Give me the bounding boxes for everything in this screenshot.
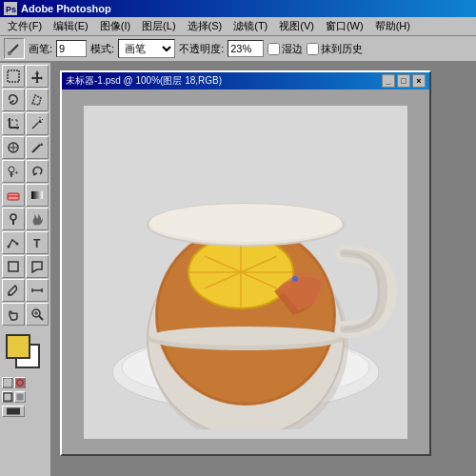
tool-row-7 <box>2 208 49 230</box>
tool-eraser[interactable] <box>2 184 25 207</box>
options-bar: 画笔: 模式: 画笔 不透明度: 湿边 抹到历史 <box>0 36 476 63</box>
menu-select[interactable]: 选择(S) <box>182 17 228 35</box>
menu-image[interactable]: 图像(I) <box>94 17 136 35</box>
tool-marquee-rect[interactable] <box>2 65 25 88</box>
canvas-content <box>84 106 407 439</box>
tool-move[interactable] <box>26 65 49 88</box>
menu-layer[interactable]: 图层(L) <box>136 17 181 35</box>
svg-point-67 <box>150 327 341 346</box>
tool-hand[interactable] <box>2 303 25 326</box>
tool-measure[interactable] <box>26 279 49 302</box>
svg-point-65 <box>149 204 342 242</box>
svg-line-10 <box>32 123 38 129</box>
tool-row-3 <box>2 112 49 135</box>
menu-edit[interactable]: 编辑(E) <box>48 17 94 35</box>
document-title: 未标器-1.psd @ 100%(图层 18,RGB) <box>66 74 382 88</box>
tool-healing[interactable] <box>2 136 25 159</box>
brush-size-input[interactable] <box>56 40 87 57</box>
svg-rect-4 <box>8 70 19 82</box>
app-title-bar: Ps Adobe Photoshop <box>0 0 476 17</box>
menu-bar: 文件(F) 编辑(E) 图像(I) 图层(L) 选择(S) 滤镜(T) 视图(V… <box>0 17 476 36</box>
svg-text:T: T <box>33 237 41 249</box>
tool-path[interactable] <box>2 231 25 254</box>
tool-crop[interactable] <box>2 112 25 135</box>
svg-point-63 <box>292 276 298 282</box>
minimize-button[interactable]: _ <box>382 74 395 88</box>
svg-point-30 <box>16 243 19 246</box>
tool-row-1 <box>2 65 49 88</box>
svg-point-34 <box>9 293 10 295</box>
menu-file[interactable]: 文件(F) <box>2 17 48 35</box>
tool-row-4 <box>2 136 49 159</box>
svg-marker-5 <box>31 70 43 83</box>
menu-filter[interactable]: 滤镜(T) <box>228 17 273 35</box>
svg-point-29 <box>8 246 10 248</box>
mode-row <box>2 377 49 388</box>
tool-screen-full[interactable] <box>2 406 25 417</box>
svg-point-3 <box>8 51 11 55</box>
document-controls: _ □ × <box>382 74 426 88</box>
svg-line-13 <box>42 119 43 120</box>
main-area: + <box>0 63 476 476</box>
wet-edges-label[interactable]: 湿边 <box>268 42 303 56</box>
tool-screen-full-menu[interactable] <box>14 391 26 403</box>
tool-shape[interactable] <box>2 255 25 278</box>
tool-zoom[interactable] <box>26 303 49 326</box>
tool-magic-wand[interactable] <box>26 112 49 135</box>
svg-text:+: + <box>14 169 19 177</box>
workspace: 未标器-1.psd @ 100%(图层 18,RGB) _ □ × <box>52 63 476 476</box>
toolbox: + <box>0 63 52 476</box>
svg-rect-42 <box>3 378 12 387</box>
tool-screen-normal[interactable] <box>2 391 13 403</box>
svg-marker-11 <box>38 119 42 123</box>
maximize-button[interactable]: □ <box>397 74 410 88</box>
svg-line-17 <box>32 145 40 152</box>
tool-notes[interactable] <box>26 255 49 278</box>
opacity-label: 不透明度: <box>179 42 224 56</box>
close-button[interactable]: × <box>412 74 426 88</box>
tool-normal-mode[interactable] <box>2 377 13 388</box>
brush-tool-icon[interactable] <box>4 38 25 59</box>
app-title: Adobe Photoshop <box>21 3 111 14</box>
color-boxes <box>2 330 44 372</box>
opacity-input[interactable] <box>228 40 264 57</box>
tool-quick-mask[interactable] <box>14 377 26 388</box>
menu-view[interactable]: 视图(V) <box>273 17 320 35</box>
teacup-illustration <box>93 115 398 429</box>
document-title-bar: 未标器-1.psd @ 100%(图层 18,RGB) _ □ × <box>62 72 429 89</box>
svg-rect-26 <box>31 191 43 199</box>
menu-help[interactable]: 帮助(H) <box>369 17 416 35</box>
mode-select[interactable]: 画笔 <box>118 39 175 58</box>
airbrush-label[interactable]: 抹到历史 <box>307 42 363 56</box>
svg-marker-33 <box>32 262 42 272</box>
svg-point-27 <box>10 214 16 220</box>
svg-rect-48 <box>7 408 20 415</box>
wet-edges-checkbox[interactable] <box>268 43 280 55</box>
brush-label: 画笔: <box>29 42 52 56</box>
tool-row-6 <box>2 184 49 207</box>
tool-row-9 <box>2 255 49 278</box>
tool-gradient[interactable] <box>26 184 49 207</box>
tool-burn[interactable] <box>26 208 49 230</box>
tool-polygon-lasso[interactable] <box>26 89 49 111</box>
tool-dodge[interactable] <box>2 208 25 230</box>
menu-window[interactable]: 窗口(W) <box>320 17 369 35</box>
svg-rect-46 <box>15 392 25 402</box>
tool-row-5: + <box>2 160 49 183</box>
tool-row-8: T <box>2 231 49 254</box>
svg-rect-45 <box>4 393 11 401</box>
document-canvas[interactable] <box>62 89 429 454</box>
tool-lasso[interactable] <box>2 89 25 111</box>
tool-row-10 <box>2 279 49 302</box>
tool-clone[interactable]: + <box>2 160 25 183</box>
tool-text[interactable]: T <box>26 231 49 254</box>
foreground-color-box[interactable] <box>6 334 30 359</box>
tool-history-brush[interactable] <box>26 160 49 183</box>
tool-pencil[interactable] <box>26 136 49 159</box>
tool-row-11 <box>2 303 49 326</box>
mode-label: 模式: <box>90 42 114 56</box>
airbrush-checkbox[interactable] <box>307 43 319 55</box>
tool-eyedropper[interactable] <box>2 279 25 302</box>
screen-mode-row-2 <box>2 406 49 417</box>
tool-row-2 <box>2 89 49 111</box>
